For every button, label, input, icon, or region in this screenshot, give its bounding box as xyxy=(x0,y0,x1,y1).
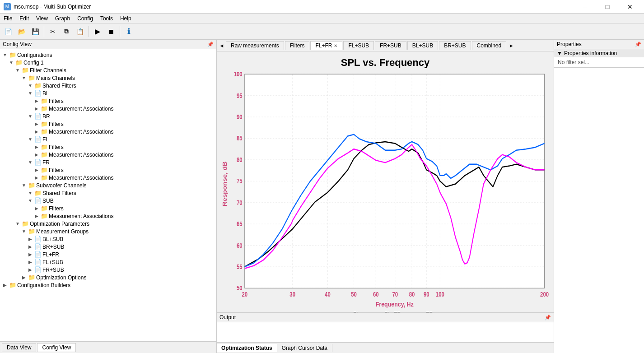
tab-fl-sub[interactable]: FL+SUB xyxy=(343,41,374,50)
tab-bl-sub[interactable]: BL+SUB xyxy=(407,41,438,50)
tree-node-filters[interactable]: ▶📁Filters xyxy=(0,143,216,151)
properties-content: No filter sel... xyxy=(554,57,644,67)
svg-text:Frequency, Hz: Frequency, Hz xyxy=(376,301,414,308)
output-pin[interactable]: 📌 xyxy=(545,315,551,320)
config-view-pin[interactable]: 📌 xyxy=(207,42,214,47)
toolbar-separator-1 xyxy=(44,26,44,37)
tree-node-fl-fr[interactable]: ▶📄FL+FR xyxy=(0,251,216,258)
save-button[interactable]: 💾 xyxy=(29,25,42,38)
svg-text:65: 65 xyxy=(237,221,243,228)
legend-flplusfr: FL+FR xyxy=(369,311,401,312)
config-view-title: Config View xyxy=(3,41,32,47)
menu-edit[interactable]: Edit xyxy=(16,14,33,23)
output-header: Output 📌 xyxy=(217,313,554,322)
tab-data-view[interactable]: Data View xyxy=(2,343,36,352)
properties-section: ▼ Properties information No filter sel..… xyxy=(554,49,644,68)
tree-node-config-1[interactable]: ▼📁Config 1 xyxy=(0,59,216,66)
properties-pin[interactable]: 📌 xyxy=(635,42,641,47)
tab-fl-fr[interactable]: FL+FR ✕ xyxy=(310,41,342,50)
menu-config[interactable]: Config xyxy=(74,14,97,23)
tree-node-filters[interactable]: ▶📁Filters xyxy=(0,204,216,212)
output-tab-graph-cursor[interactable]: Graph Cursor Data xyxy=(277,344,332,352)
tree-node-filters[interactable]: ▶📁Filters xyxy=(0,120,216,128)
tree-node-shared-filters[interactable]: ▼📁Shared Filters xyxy=(0,82,216,89)
tree-node-configurations[interactable]: ▼📁Configurations xyxy=(0,51,216,59)
tab-raw-measurements[interactable]: Raw measurements xyxy=(226,41,284,50)
tree-node-filters[interactable]: ▶📁Filters xyxy=(0,97,216,105)
open-button[interactable]: 📂 xyxy=(15,25,28,38)
maximize-button[interactable]: □ xyxy=(597,0,618,14)
window-title: mso.msop - Multi-Sub Optimizer xyxy=(14,4,91,10)
tree-node-optimization-options[interactable]: ▶📁Optimization Options xyxy=(0,274,216,281)
svg-text:20: 20 xyxy=(242,291,248,298)
main-layout: Config View 📌 ▼📁Configurations▼📁Config 1… xyxy=(0,40,644,353)
tab-nav-left[interactable]: ◄ xyxy=(218,41,226,51)
menu-file[interactable]: File xyxy=(0,14,16,23)
menu-tools[interactable]: Tools xyxy=(97,14,117,23)
tree-node-optimization-parameters[interactable]: ▼📁Optimization Parameters xyxy=(0,220,216,228)
close-button[interactable]: ✕ xyxy=(620,0,640,14)
output-panel: Output 📌 Optimization Status Graph Curso… xyxy=(217,312,554,353)
output-content xyxy=(217,322,554,342)
tree-node-measurement-associations[interactable]: ▶📁Measurement Associations xyxy=(0,151,216,158)
tree-node-bl-sub[interactable]: ▶📄BL+SUB xyxy=(0,235,216,243)
tree-node-measurement-associations[interactable]: ▶📁Measurement Associations xyxy=(0,212,216,220)
run-button[interactable]: ▶ xyxy=(91,25,104,38)
tree-node-br[interactable]: ▼📄BR xyxy=(0,112,216,120)
tree-node-measurement-associations[interactable]: ▶📁Measurement Associations xyxy=(0,105,216,112)
tab-config-view[interactable]: Config View xyxy=(37,343,76,352)
output-tab-optimization-status[interactable]: Optimization Status xyxy=(217,344,277,352)
toolbar: 📄 📂 💾 ✂ ⧉ 📋 ▶ ⏹ ℹ xyxy=(0,23,644,40)
menu-graph[interactable]: Graph xyxy=(51,14,74,23)
menu-view[interactable]: View xyxy=(33,14,51,23)
tab-filters[interactable]: Filters xyxy=(285,41,310,50)
spl-chart: 100 95 90 85 80 75 70 65 60 55 50 Respon… xyxy=(221,71,549,308)
svg-text:75: 75 xyxy=(237,178,243,185)
copy-button[interactable]: ⧉ xyxy=(60,25,73,38)
tree-node-br-sub[interactable]: ▶📄BR+SUB xyxy=(0,243,216,251)
tree-node-fl-sub[interactable]: ▶📄FL+SUB xyxy=(0,258,216,266)
tree-node-sub[interactable]: ▼📄SUB xyxy=(0,197,216,204)
tree-node-fr[interactable]: ▼📄FR xyxy=(0,158,216,166)
svg-text:40: 40 xyxy=(325,291,331,298)
tree-node-configuration-builders[interactable]: ▶📁Configuration Builders xyxy=(0,281,216,289)
tree-node-fr-sub[interactable]: ▶📄FR+SUB xyxy=(0,266,216,274)
tree-node-measurement-associations[interactable]: ▶📁Measurement Associations xyxy=(0,128,216,135)
tab-close-fl-fr[interactable]: ✕ xyxy=(334,43,337,48)
output-title: Output xyxy=(219,314,236,320)
svg-text:80: 80 xyxy=(409,291,415,298)
tab-br-sub[interactable]: BR+SUB xyxy=(439,41,471,50)
properties-section-label: Properties information xyxy=(564,50,617,56)
toolbar-separator-2 xyxy=(89,26,89,37)
tree-node-fl[interactable]: ▼📄FL xyxy=(0,135,216,143)
properties-area: ▼ Properties information No filter sel..… xyxy=(554,49,644,353)
cut-button[interactable]: ✂ xyxy=(47,25,59,38)
info-button[interactable]: ℹ xyxy=(122,25,135,38)
tree-node-measurement-associations[interactable]: ▶📁Measurement Associations xyxy=(0,174,216,181)
tab-combined[interactable]: Combined xyxy=(472,41,507,50)
svg-text:85: 85 xyxy=(237,135,243,142)
legend-fl: FL xyxy=(337,311,359,312)
tab-nav-right[interactable]: ► xyxy=(507,41,515,51)
paste-button[interactable]: 📋 xyxy=(74,25,86,38)
tree-node-measurement-groups[interactable]: ▼📁Measurement Groups xyxy=(0,228,216,235)
tree-node-filter-channels[interactable]: ▼📁Filter Channels xyxy=(0,66,216,74)
svg-text:30: 30 xyxy=(289,291,295,298)
tree-node-subwoofer-channels[interactable]: ▼📁Subwoofer Channels xyxy=(0,181,216,189)
tree-node-filters[interactable]: ▶📁Filters xyxy=(0,166,216,174)
new-button[interactable]: 📄 xyxy=(2,25,14,38)
app-icon: M xyxy=(4,3,11,10)
tree-node-shared-filters[interactable]: ▼📁Shared Filters xyxy=(0,189,216,197)
minimize-button[interactable]: ─ xyxy=(574,0,595,14)
bottom-tab-bar: Data View Config View xyxy=(0,341,216,353)
tree-node-bl[interactable]: ▼📄BL xyxy=(0,89,216,97)
svg-text:80: 80 xyxy=(237,157,243,163)
menu-bar: File Edit View Graph Config Tools Help xyxy=(0,14,644,23)
menu-help[interactable]: Help xyxy=(117,14,135,23)
svg-text:100: 100 xyxy=(234,71,243,78)
stop-button[interactable]: ⏹ xyxy=(105,25,117,38)
tree-node-mains-channels[interactable]: ▼📁Mains Channels xyxy=(0,74,216,82)
svg-text:70: 70 xyxy=(392,291,398,298)
properties-section-header[interactable]: ▼ Properties information xyxy=(554,49,644,57)
tab-fr-sub[interactable]: FR+SUB xyxy=(375,41,406,50)
